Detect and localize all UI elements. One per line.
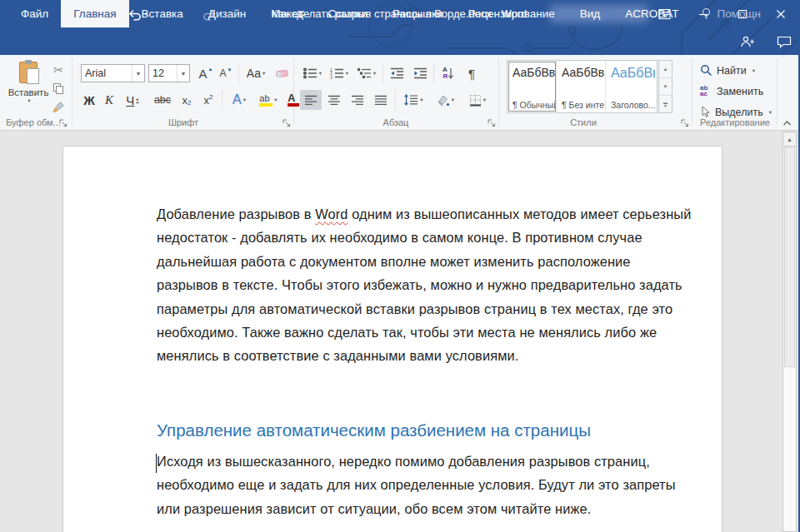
font-family-dropdown-arrow[interactable]: ▼	[132, 65, 144, 82]
tab-design[interactable]: Дизайн	[196, 0, 258, 27]
tab-home[interactable]: Главная	[61, 0, 128, 27]
underline-button[interactable]: Ч▾	[120, 90, 145, 110]
font-size-combo[interactable]: 12▼	[148, 64, 190, 82]
paste-dropdown-arrow[interactable]: ▾	[28, 97, 30, 104]
font-group-label: Шрифт	[133, 117, 233, 127]
grow-font-button[interactable]: A▲	[197, 63, 215, 83]
scrollbar-thumb[interactable]	[784, 147, 795, 367]
pilcrow-icon: ¶	[468, 67, 475, 81]
font-size-dropdown-arrow[interactable]: ▼	[177, 65, 189, 82]
change-case-arrow: ▾	[262, 70, 265, 77]
italic-label: К	[105, 93, 113, 107]
format-painter-button[interactable]	[48, 98, 68, 115]
scrollbar-up-button[interactable]: ▲	[783, 132, 796, 147]
highlight-arrow[interactable]: ▾	[274, 97, 277, 103]
text-effects-button[interactable]: А▾	[227, 90, 252, 110]
replace-button[interactable]: abac Заменить	[700, 85, 763, 97]
shading-arrow[interactable]: ▾	[452, 97, 454, 103]
multilevel-list-button[interactable]: ▾	[353, 63, 380, 83]
borders-arrow[interactable]: ▾	[483, 97, 486, 103]
style-normal[interactable]: АаБбВвГг, ¶ Обычный	[508, 61, 557, 112]
tab-insert[interactable]: Вставка	[129, 0, 196, 27]
borders-button[interactable]: ▾	[462, 90, 492, 110]
underline-arrow[interactable]: ▾	[136, 97, 138, 103]
font-dialog-launcher[interactable]	[282, 118, 292, 128]
multilevel-arrow[interactable]: ▾	[373, 70, 376, 77]
numbering-button[interactable]: 123▾	[327, 63, 352, 83]
change-case-button[interactable]: Aa▾	[242, 63, 270, 83]
comments-icon[interactable]	[777, 35, 792, 48]
superscript-button[interactable]: x2	[198, 90, 218, 110]
tab-view[interactable]: Вид	[568, 0, 612, 27]
decrease-indent-button[interactable]	[386, 63, 408, 83]
share-icon[interactable]	[740, 35, 755, 48]
numbering-arrow[interactable]: ▾	[346, 70, 348, 77]
line-spacing-arrow[interactable]: ▾	[420, 97, 422, 103]
cut-button[interactable]: ✂	[48, 62, 68, 78]
select-button[interactable]: Выделить▾	[700, 106, 772, 118]
justify-button[interactable]	[370, 90, 392, 110]
paragraph-2[interactable]: Исходя из вышесказанного, нередко помимо…	[157, 450, 676, 520]
paste-button[interactable]: Вставить ▾	[7, 60, 50, 120]
tab-acrobat[interactable]: ACROBAT	[612, 0, 691, 27]
subscript-button[interactable]: x2	[177, 90, 197, 110]
document-page[interactable]: Добавление разрывов в Word одним из выше…	[62, 146, 722, 532]
tab-references[interactable]: Ссылки	[315, 0, 380, 27]
sort-button[interactable]: АЯ	[437, 63, 460, 83]
document-area: Добавление разрывов в Word одним из выше…	[0, 131, 798, 532]
line-spacing-button[interactable]: ▾	[399, 90, 428, 110]
vertical-scrollbar[interactable]: ▲	[782, 132, 797, 532]
close-button[interactable]	[767, 0, 795, 27]
copy-icon	[52, 82, 64, 94]
styles-gallery-scroll: ▲ ▼ ▬▼	[658, 60, 672, 113]
copy-button[interactable]	[48, 80, 68, 97]
style-no-spacing-preview: АаБбВвГг,	[562, 66, 602, 79]
bullets-arrow[interactable]: ▾	[319, 70, 322, 77]
strikethrough-label: abc	[154, 94, 171, 106]
highlight-button[interactable]: ab▾	[255, 90, 282, 110]
paragraph-1[interactable]: Добавление разрывов в Word одним из выше…	[157, 202, 691, 368]
shrink-font-button[interactable]: A▼	[217, 63, 235, 83]
shading-button[interactable]: ▾	[431, 90, 459, 110]
style-normal-name: ¶ Обычный	[512, 100, 553, 110]
text-effects-arrow[interactable]: ▾	[243, 97, 246, 103]
grow-font-arrow: ▲	[208, 67, 213, 72]
lightbulb-icon	[701, 7, 712, 21]
style-no-spacing[interactable]: АаБбВвГг, ¶ Без инте...	[557, 61, 606, 112]
bullets-button[interactable]: ▾	[300, 63, 325, 83]
misspelled-word: Word	[315, 206, 348, 221]
italic-button[interactable]: К	[100, 90, 118, 110]
borders-icon	[469, 94, 482, 107]
styles-scroll-up[interactable]: ▲	[659, 61, 672, 78]
increase-indent-button[interactable]	[409, 63, 431, 83]
find-arrow[interactable]: ▾	[752, 67, 755, 74]
align-center-button[interactable]	[323, 90, 345, 110]
tab-file[interactable]: Файл	[8, 0, 61, 27]
font-family-combo[interactable]: Arial▼	[81, 64, 145, 82]
replace-label: Заменить	[717, 86, 763, 97]
line-spacing-icon	[403, 94, 418, 106]
collapse-ribbon-button[interactable]	[782, 118, 792, 127]
find-button[interactable]: Найти▾	[700, 64, 755, 77]
style-heading-name: Заголово...	[611, 100, 652, 110]
align-left-button[interactable]	[300, 90, 322, 110]
highlight-icon: ab	[259, 94, 272, 107]
clear-formatting-button[interactable]	[273, 63, 292, 83]
style-heading[interactable]: АаБбВв Заголово...	[606, 61, 655, 112]
strikethrough-button[interactable]: abc	[150, 90, 175, 110]
tab-review[interactable]: Рецензирование	[456, 0, 568, 27]
select-label: Выделить	[715, 107, 763, 118]
styles-dialog-launcher[interactable]	[680, 118, 690, 128]
styles-more-button[interactable]: ▬▼	[659, 96, 672, 112]
align-right-button[interactable]	[347, 90, 368, 110]
bold-button[interactable]: Ж	[80, 90, 98, 110]
select-arrow[interactable]: ▾	[769, 109, 772, 116]
tab-layout[interactable]: Макет	[258, 0, 315, 27]
document-heading[interactable]: Управление автоматическим разбиением на …	[157, 419, 591, 442]
tab-mailings[interactable]: Рассылки	[380, 0, 456, 27]
paragraph-dialog-launcher[interactable]	[487, 118, 497, 128]
show-marks-button[interactable]: ¶	[462, 63, 482, 83]
tell-me-box[interactable]: Помощн	[691, 0, 771, 27]
clipboard-dialog-launcher[interactable]	[58, 118, 68, 128]
styles-scroll-down[interactable]: ▼	[659, 78, 672, 96]
